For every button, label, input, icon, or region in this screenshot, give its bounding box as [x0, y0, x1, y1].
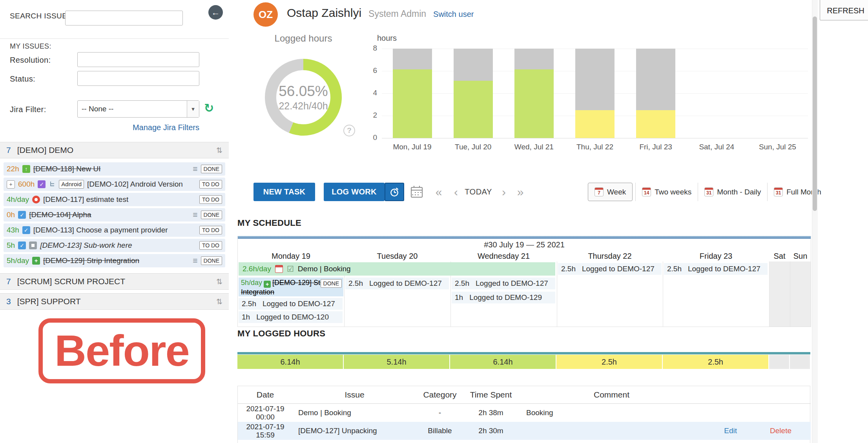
manage-jira-filters-link[interactable]: Manage Jira Filters — [77, 123, 199, 132]
bar-column — [393, 49, 432, 138]
issue-row-demo-113[interactable]: 43h ✓ [DEMO-113] Choose a payment provid… — [4, 223, 225, 237]
issue-list: 22h ↑ [DEMO-118] New UI ≡ DONE + 600h ✓ … — [0, 162, 229, 269]
issue-row-demo-104[interactable]: 0h ✓ [DEMO-104] Alpha ≡ DONE — [4, 208, 225, 222]
issue-time-estimate: 600h — [18, 180, 35, 189]
log-entry-wednesday-2[interactable]: 1h Logged to DEMO-129 — [452, 292, 555, 303]
bar-chart-plot: 02468Mon, Jul 19Tue, Jul 20Wed, Jul 21Th… — [382, 49, 808, 138]
view-week[interactable]: 7 Week — [588, 183, 633, 201]
y-axis-tick-label: 8 — [363, 44, 377, 53]
calendar-7-icon: 7 — [594, 187, 604, 196]
collapse-panel-button[interactable]: ← — [208, 5, 223, 20]
scrollbar-thumb[interactable] — [813, 16, 817, 211]
worklog-category — [416, 440, 463, 443]
view-month-daily[interactable]: 31 Month - Daily — [698, 183, 767, 201]
issue-row-demo-117[interactable]: 4h/day [DEMO-117] estimate test TO DO — [4, 193, 225, 206]
day-header: Wednesday 21 — [450, 251, 557, 261]
issue-time-estimate: 4h/day — [7, 195, 29, 204]
sort-icon[interactable]: ⇅ — [216, 277, 222, 286]
avatar[interactable]: OZ — [253, 2, 278, 27]
view-two-weeks[interactable]: 14 Two weeks — [635, 183, 698, 201]
logged-hours-strip: 6.14h 5.14h 6.14h 2.5h 2.5h — [237, 355, 810, 369]
nav-next-icon[interactable]: › — [497, 183, 511, 201]
refresh-filter-icon[interactable]: ↻ — [204, 101, 214, 115]
worklog-comment: Booking — [518, 404, 705, 422]
project-header-spr[interactable]: 3 [SPR] SUPPORT ⇅ — [0, 293, 229, 310]
issue-row-demo-123[interactable]: 5h ✓ [DEMO-123] Sub-work here TO DO — [4, 239, 225, 252]
status-input[interactable] — [77, 71, 199, 86]
week-range-label: #30 July 19 — 25 2021 — [238, 239, 811, 251]
log-text: Logged to DEMO-127 — [263, 300, 335, 308]
log-entry-monday-2[interactable]: 1h Logged to DEMO-120 — [239, 311, 343, 323]
log-work-button[interactable]: LOG WORK — [324, 183, 385, 201]
log-text: Logged to DEMO-127 — [688, 265, 760, 273]
bar-segment-logged-yellow — [575, 110, 615, 138]
menu-icon[interactable]: ≡ — [193, 164, 197, 174]
schedule-body: 2.6h/day ☑ Demo | Booking 5h/day+[DEMO-1… — [238, 261, 811, 327]
edit-link[interactable]: Edit — [724, 427, 737, 435]
log-entry-friday[interactable]: 2.5h Logged to DEMO-127 — [664, 263, 768, 275]
user-role: System Admin — [368, 9, 426, 19]
status-badge: TO DO — [199, 241, 222, 250]
subtask-tree-icon — [49, 181, 56, 188]
bar-segment-logged-green — [393, 69, 432, 138]
expand-subtasks-icon[interactable]: + — [7, 180, 15, 189]
divider — [0, 38, 229, 39]
sort-icon[interactable]: ⇅ — [216, 146, 222, 155]
log-entry-wednesday-1[interactable]: 2.5h Logged to DEMO-127 — [452, 278, 555, 289]
view-switcher: 7 Week 14 Two weeks 31 Month - Daily 31 … — [588, 183, 828, 201]
col-header-category: Category — [416, 386, 463, 404]
bar-column — [575, 49, 615, 138]
event-title: Demo | Booking — [298, 265, 351, 273]
resolution-input[interactable] — [77, 52, 199, 67]
issue-row-demo-118[interactable]: 22h ↑ [DEMO-118] New UI ≡ DONE — [4, 162, 225, 176]
start-timer-button[interactable] — [385, 183, 404, 201]
worklog-row: 2021-07-19 [DEMO-120] Subtask for the — [238, 440, 811, 443]
jira-filter-select[interactable]: -- None -- ▾ — [77, 100, 199, 118]
log-time: 2.5h — [242, 300, 256, 308]
help-icon[interactable]: ? — [343, 125, 355, 136]
search-issues-input[interactable] — [65, 11, 183, 25]
nav-prev-icon[interactable]: ‹ — [449, 183, 463, 201]
hours-segment: 6.14h — [237, 355, 343, 369]
checkbox-icon: ☑ — [287, 265, 294, 273]
resolution-label: Resolution: — [10, 56, 51, 65]
worklog-row: 2021-07-19 00:00 Demo | Booking - 2h 38m… — [238, 404, 811, 422]
bar-chart-ylabel: hours — [377, 34, 397, 43]
project-header-demo[interactable]: 7 [DEMO] DEMO ⇅ — [0, 142, 229, 158]
day-header: Friday 23 — [663, 251, 769, 261]
date-picker-icon[interactable] — [410, 185, 423, 198]
x-axis-label: Mon, Jul 19 — [382, 143, 443, 151]
refresh-button[interactable]: REFRESH — [820, 0, 868, 20]
switch-user-link[interactable]: Switch user — [433, 10, 474, 19]
chevron-down-icon[interactable]: ▾ — [187, 101, 199, 117]
new-task-button[interactable]: NEW TASK — [253, 183, 315, 201]
project-header-scrum[interactable]: 7 [SCRUM] SCRUM PROJECT ⇅ — [0, 273, 229, 290]
scheduled-task-demo-129[interactable]: 5h/day+[DEMO-129] Strip Integration DONE — [239, 278, 343, 296]
menu-icon[interactable]: ≡ — [193, 210, 197, 220]
col-header-issue: Issue — [293, 386, 416, 404]
view-full-month[interactable]: 31 Full Month — [767, 183, 828, 201]
menu-icon[interactable]: ≡ — [193, 256, 197, 265]
y-axis-tick-label: 4 — [363, 89, 377, 97]
nav-last-icon[interactable]: » — [514, 183, 527, 201]
spanning-event-demo-booking[interactable]: 2.6h/day ☑ Demo | Booking — [239, 262, 555, 276]
day-header-row: Monday 19 Tuesday 20 Wednesday 21 Thursd… — [238, 251, 811, 261]
log-entry-thursday[interactable]: 2.5h Logged to DEMO-127 — [558, 263, 662, 275]
y-axis-tick-label: 2 — [363, 111, 377, 120]
issue-row-demo-129[interactable]: 5h/day + [DEMO-129] Strip Integration ≡ … — [4, 254, 225, 267]
issue-row-demo-102[interactable]: + 600h ✓ Adnroid [DEMO-102] Android Vers… — [4, 178, 225, 191]
log-time: 2.5h — [348, 279, 363, 288]
log-text: Logged to DEMO-127 — [369, 279, 442, 288]
bar-segment-remaining-gray — [575, 49, 615, 110]
task-time: 5h/day — [241, 279, 262, 287]
calendar-31-icon: 31 — [704, 187, 713, 196]
nav-first-icon[interactable]: « — [432, 183, 445, 201]
sort-icon[interactable]: ⇅ — [216, 297, 222, 306]
delete-link[interactable]: Delete — [770, 427, 791, 435]
log-entry-monday-1[interactable]: 2.5h Logged to DEMO-127 — [239, 298, 343, 310]
today-button[interactable]: TODAY — [463, 183, 493, 201]
view-label: Two weeks — [655, 188, 691, 196]
donut-center: 56.05% 22.42h/40h — [276, 70, 330, 124]
status-badge: TO DO — [199, 226, 222, 234]
log-entry-tuesday[interactable]: 2.5h Logged to DEMO-127 — [345, 278, 449, 289]
